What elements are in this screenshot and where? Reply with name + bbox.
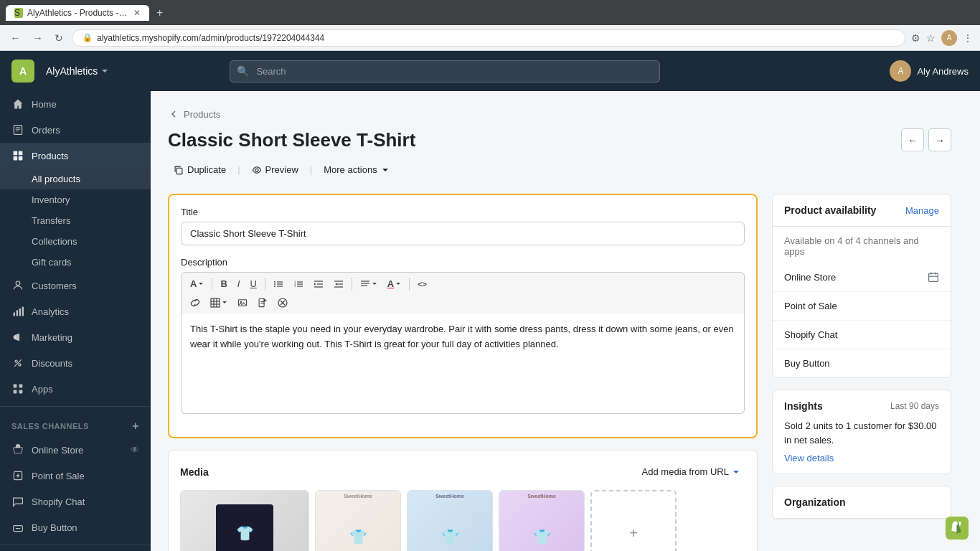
sidebar-item-buy-button[interactable]: Buy Button	[0, 514, 151, 540]
link-icon	[190, 298, 200, 308]
extensions-btn[interactable]: ⚙	[911, 32, 920, 44]
svg-text:3: 3	[294, 284, 296, 288]
manage-availability-link[interactable]: Manage	[905, 205, 939, 216]
browser-chrome: S AlyAthletics - Products - Clas... ✕ +	[0, 0, 980, 25]
toolbar-outdent-btn[interactable]	[329, 276, 348, 292]
more-actions-chevron	[381, 166, 390, 174]
page-title: Classic Short Sleeve T-Shirt	[168, 129, 415, 151]
indent-icon	[314, 279, 324, 289]
sidebar-item-analytics[interactable]: Analytics	[0, 298, 151, 324]
table-icon	[210, 298, 220, 308]
online-store-calendar-btn[interactable]	[928, 271, 939, 283]
reload-btn[interactable]: ↻	[52, 29, 66, 47]
back-btn[interactable]: ←	[7, 29, 24, 47]
sidebar-item-marketing[interactable]: Marketing	[0, 324, 151, 350]
page-nav-buttons: ← →	[901, 128, 951, 151]
chrome-user-avatar: A	[941, 30, 957, 46]
toolbar-font-format-btn[interactable]: A	[186, 276, 208, 292]
duplicate-btn[interactable]: Duplicate	[168, 160, 232, 179]
align-icon	[360, 279, 370, 289]
description-editor[interactable]: This T-Shirt is the staple you need in y…	[181, 314, 745, 414]
store-dropdown-icon	[100, 67, 109, 75]
bookmarks-btn[interactable]: ☆	[926, 32, 936, 44]
media-item-4[interactable]: SweetHome 👕	[499, 490, 585, 551]
sidebar-item-home[interactable]: Home	[0, 91, 151, 117]
sidebar-item-shopify-chat[interactable]: Shopify Chat	[0, 489, 151, 514]
organization-header: Organization	[773, 486, 951, 519]
view-details-link[interactable]: View details	[784, 453, 939, 463]
menu-btn[interactable]: ⋮	[963, 32, 973, 44]
toolbar-file-btn[interactable]	[253, 295, 272, 311]
next-product-btn[interactable]: →	[928, 128, 951, 151]
tab-close-btn[interactable]: ✕	[133, 8, 141, 18]
forward-btn[interactable]: →	[29, 29, 46, 47]
sidebar-item-point-of-sale[interactable]: Point of Sale	[0, 463, 151, 489]
toolbar-indent-btn[interactable]	[309, 276, 328, 292]
svg-rect-6	[14, 156, 18, 161]
toolbar-ordered-list-btn[interactable]: 123	[289, 276, 308, 292]
sidebar-item-customers[interactable]: Customers	[0, 273, 151, 298]
preview-btn[interactable]: Preview	[246, 160, 304, 179]
channels-list: Online Store Point of Sale Shopify Ch	[773, 263, 951, 377]
image-icon	[237, 298, 248, 308]
sidebar-item-products[interactable]: Products	[0, 143, 151, 169]
insights-title: Insights	[784, 400, 823, 412]
toolbar-bold-btn[interactable]: B	[216, 276, 231, 292]
sidebar-item-orders[interactable]: Orders	[0, 117, 151, 143]
toolbar-italic-btn[interactable]: I	[233, 276, 245, 292]
media-item-2[interactable]: SweetHome 👕	[315, 490, 401, 551]
sidebar-sub-collections[interactable]: Collections	[0, 231, 151, 252]
media-item-3[interactable]: SweetHome 👕	[407, 490, 493, 551]
toolbar-underline-btn[interactable]: U	[245, 276, 260, 292]
search-input[interactable]	[230, 60, 660, 83]
sidebar-sub-transfers[interactable]: Transfers	[0, 210, 151, 231]
store-name-header[interactable]: AlyAthletics	[46, 65, 109, 77]
svg-point-34	[274, 286, 275, 287]
media-card: Media Add media from URL	[168, 450, 758, 551]
app: A AlyAthletics 🔍 A Aly Andrews Home	[0, 51, 980, 551]
pos-icon	[11, 469, 24, 482]
new-tab-btn[interactable]: +	[156, 6, 163, 19]
toolbar-image-btn[interactable]	[233, 295, 252, 311]
media-item-main[interactable]: SweetHome 👕	[180, 490, 309, 551]
sidebar-sub-gift-cards[interactable]: Gift cards	[0, 252, 151, 273]
more-actions-btn[interactable]: More actions	[318, 160, 395, 179]
main-column: Title Description A	[168, 194, 758, 551]
svg-rect-12	[22, 307, 24, 316]
browser-tab[interactable]: S AlyAthletics - Products - Clas... ✕	[6, 5, 149, 21]
toolbar-link-btn[interactable]	[186, 295, 204, 311]
sidebar-item-apps[interactable]: Apps	[0, 376, 151, 402]
add-sales-channel-btn[interactable]: +	[132, 420, 139, 433]
title-input[interactable]	[181, 222, 745, 245]
media-grid: SweetHome 👕 SweetHome 👕	[180, 490, 745, 551]
font-color-chevron	[395, 281, 401, 287]
prev-product-btn[interactable]: ←	[901, 128, 924, 151]
sidebar-item-online-store[interactable]: Online Store 👁	[0, 437, 151, 463]
sidebar-sub-all-products[interactable]: All products	[0, 169, 151, 189]
calendar-icon-1	[928, 271, 939, 283]
sidebar-sub-inventory[interactable]: Inventory	[0, 189, 151, 210]
add-media-btn[interactable]: Add media from URL	[636, 462, 745, 481]
channel-row-buy-button: Buy Button	[773, 349, 951, 377]
ordered-list-icon: 123	[293, 279, 303, 289]
duplicate-icon	[174, 165, 184, 175]
toolbar-bullet-list-btn[interactable]	[269, 276, 288, 292]
channel-row-chat: Shopify Chat	[773, 321, 951, 349]
main-content: Products Classic Short Sleeve T-Shirt ← …	[151, 91, 980, 551]
channel-row-pos: Point of Sale	[773, 292, 951, 321]
toolbar-source-btn[interactable]: <>	[413, 277, 431, 291]
sidebar-item-discounts[interactable]: Discounts	[0, 350, 151, 376]
toolbar-align-btn[interactable]	[356, 276, 382, 292]
online-store-eye-icon[interactable]: 👁	[131, 445, 139, 455]
url-bar[interactable]: 🔒 alyathletics.myshopify.com/admin/produ…	[72, 29, 905, 47]
organization-title: Organization	[784, 496, 846, 508]
toolbar-table-btn[interactable]	[206, 295, 232, 311]
toolbar-clear-btn[interactable]	[273, 295, 292, 311]
toolbar-sep-2	[265, 278, 265, 291]
user-name: Aly Andrews	[917, 66, 969, 77]
breadcrumb-products-link[interactable]: Products	[184, 109, 220, 120]
home-icon	[11, 98, 24, 110]
media-item-placeholder[interactable]: +	[590, 490, 677, 551]
toolbar-font-color-btn[interactable]: A	[383, 276, 405, 292]
svg-rect-57	[259, 298, 264, 306]
